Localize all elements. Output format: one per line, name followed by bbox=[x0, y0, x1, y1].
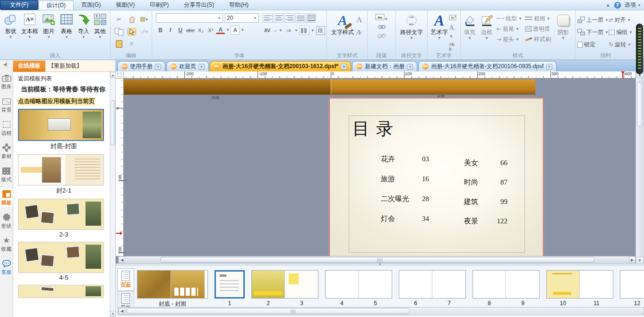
toc-left-column[interactable]: 花卉03 旅游16 二次曝光28 灯会34 bbox=[381, 155, 429, 222]
paragraph-mark-button[interactable]: 段 bbox=[316, 26, 325, 35]
format-wand-icon[interactable]: ▼ bbox=[140, 16, 149, 23]
sidebar-item-frame[interactable]: 边框 bbox=[0, 119, 13, 138]
subscript-button[interactable]: X₂ bbox=[196, 26, 205, 35]
scroll-down-icon[interactable]: ▼ bbox=[636, 257, 644, 264]
font-color-button[interactable]: A bbox=[216, 26, 225, 34]
doc-tab-welcome[interactable]: DPS 欢迎页 × bbox=[166, 61, 209, 71]
page-thumb-2-3[interactable]: 23 bbox=[251, 270, 318, 308]
horizontal-scroll-thumb[interactable] bbox=[160, 257, 595, 263]
sidebar-item-layout[interactable]: 版式 bbox=[0, 165, 13, 184]
bold-button[interactable]: B bbox=[156, 26, 165, 35]
sidebar-item-gallery[interactable]: 图库 bbox=[0, 72, 13, 91]
template-thumb-partial[interactable] bbox=[18, 285, 104, 298]
arrow-head-button[interactable]: ⇥箭头▼ bbox=[497, 35, 522, 44]
sidebar-item-template[interactable]: 模板 bbox=[0, 188, 13, 207]
import-button[interactable]: 导入▼ bbox=[76, 12, 91, 39]
wordart-shadow-icon[interactable]: A ▼ bbox=[449, 24, 458, 39]
wordart-edit-icon[interactable]: A bbox=[449, 15, 458, 21]
menu-view[interactable]: 视图(V) bbox=[108, 0, 142, 10]
vertical-scroll-thumb[interactable] bbox=[637, 82, 643, 127]
page-thumb-12[interactable]: 12 bbox=[620, 270, 644, 308]
line-type-button[interactable]: 线型▼ bbox=[497, 14, 522, 23]
scroll-left-icon[interactable]: ◀ bbox=[119, 256, 125, 263]
underline-button[interactable]: U bbox=[176, 26, 185, 35]
scroll-down-icon[interactable]: ▼ bbox=[110, 311, 116, 317]
reload-button[interactable]: 【重新加载】 bbox=[48, 62, 82, 70]
bring-forward-button[interactable]: 上一层▼ bbox=[577, 16, 609, 24]
picture-button[interactable]: 图片▼ bbox=[40, 12, 58, 39]
menu-design[interactable]: 设计(D) bbox=[38, 0, 74, 10]
delete-icon[interactable]: × bbox=[128, 40, 136, 48]
scroll-up-icon[interactable]: ▲ bbox=[110, 72, 116, 78]
unlink-icon[interactable] bbox=[378, 33, 386, 40]
style-brush-button[interactable]: 样式刷 bbox=[525, 35, 551, 44]
char-style-icon[interactable]: A bbox=[356, 15, 362, 25]
opacity-button[interactable]: 透明度 bbox=[525, 25, 551, 33]
doc-tab-manual[interactable]: DPS 使用手册 × bbox=[117, 61, 165, 71]
link-icon[interactable] bbox=[378, 24, 386, 31]
border-button[interactable]: 边框▼ bbox=[480, 13, 494, 40]
arrow-tail-button[interactable]: ⇤箭尾▼ bbox=[497, 25, 522, 33]
page-thumb-1[interactable]: 1 bbox=[215, 270, 245, 308]
sidebar-item-material[interactable]: 素材 bbox=[0, 142, 13, 161]
fill-button[interactable]: 填充▼ bbox=[463, 13, 477, 40]
sidebar-item-background[interactable]: 背景 bbox=[0, 96, 13, 114]
textbox-button[interactable]: A≡ 文本框▼ bbox=[20, 12, 40, 39]
toc-right-column[interactable]: 美女66 时尚87 建筑99 夜景122 bbox=[464, 159, 507, 225]
paste-icon[interactable] bbox=[115, 40, 123, 48]
thumbnails-scroll-thumb[interactable] bbox=[126, 308, 410, 314]
close-icon[interactable]: × bbox=[407, 64, 413, 70]
wordart-ab-icon[interactable]: Abb bbox=[449, 42, 458, 52]
select-cursor-icon[interactable] bbox=[128, 28, 136, 35]
online-template-tab[interactable]: 在线模板 bbox=[13, 61, 45, 72]
sidebar-item-shape[interactable]: 形状 bbox=[0, 211, 13, 230]
align-right-icon[interactable] bbox=[284, 13, 294, 23]
align-justify-icon[interactable] bbox=[295, 13, 305, 23]
page-thumb-8-9[interactable]: 89 bbox=[472, 270, 540, 308]
send-backward-button[interactable]: 下一层▼ bbox=[577, 28, 609, 36]
previous-spread-edge[interactable] bbox=[124, 79, 535, 95]
align-center-icon[interactable] bbox=[274, 13, 283, 23]
page-thumb-4-5[interactable]: 45 bbox=[325, 270, 392, 308]
sidebar-item-support[interactable]: 客服 bbox=[0, 258, 13, 277]
doc-tab-album2[interactable]: DPS 画册-大16开硬壳精装-文档200106-0935.dpsf × bbox=[418, 61, 556, 71]
weight-button[interactable]: 粗细▼ bbox=[525, 14, 551, 23]
back-to-template-list-link[interactable]: 返回模板列表 bbox=[18, 75, 110, 83]
align-left-icon[interactable] bbox=[263, 13, 273, 23]
align-distribute-icon[interactable] bbox=[306, 13, 316, 23]
shapes-button[interactable]: 形状▼ bbox=[2, 12, 19, 39]
template-thumb-4-5[interactable] bbox=[18, 242, 104, 273]
panel-scroll-thumb[interactable] bbox=[111, 100, 115, 145]
page-title[interactable]: 目录 bbox=[352, 117, 400, 141]
menu-file[interactable]: 文件(F) bbox=[0, 0, 38, 10]
close-icon[interactable]: × bbox=[155, 64, 161, 70]
current-page[interactable]: 目录 花卉03 旅游16 二次曝光28 灯会34 美女66 时尚87 建筑99 … bbox=[329, 98, 543, 256]
menu-page[interactable]: 页面(G) bbox=[74, 0, 108, 10]
lock-button[interactable]: 锁定 bbox=[577, 40, 609, 49]
thumbnails-scrollbar[interactable]: ◀ bbox=[118, 307, 644, 315]
doc-tab-new[interactable]: DPS 新建文档：画册 × bbox=[352, 61, 417, 71]
collapse-ribbon-icon[interactable]: ▲ bbox=[606, 2, 610, 8]
table-button[interactable]: 表格▼ bbox=[58, 12, 76, 39]
menu-help[interactable]: 帮助(H) bbox=[222, 0, 256, 10]
italic-button[interactable]: I bbox=[166, 26, 175, 35]
edit-pen-icon[interactable]: ▼ bbox=[140, 28, 149, 35]
line-spacing-button[interactable]: ↕≡ bbox=[284, 26, 293, 35]
zoom-slider[interactable] bbox=[636, 24, 643, 74]
font-family-combo[interactable]: ▼ bbox=[156, 13, 223, 23]
char-spacing-button[interactable]: AV bbox=[263, 26, 272, 35]
shadow-button[interactable]: 阴影▼ bbox=[554, 13, 573, 40]
canvas-horizontal-scrollbar[interactable]: ◀ ▶ bbox=[118, 256, 636, 264]
page-thumb-10-11[interactable]: 1011 bbox=[546, 270, 613, 308]
columns-button[interactable] bbox=[300, 26, 309, 35]
close-icon[interactable]: × bbox=[198, 64, 205, 70]
template-thumb-2-3[interactable] bbox=[18, 199, 104, 230]
cut-icon[interactable]: ✂ bbox=[115, 16, 123, 23]
font-size-combo[interactable]: 20▼ bbox=[225, 13, 259, 23]
template-thumb-cover[interactable] bbox=[18, 109, 104, 141]
page-thumb-6-7[interactable]: 67 bbox=[399, 270, 466, 308]
sidebar-item-favorites[interactable]: ★ 收藏 bbox=[0, 235, 13, 254]
group-button[interactable]: 编组▼ bbox=[609, 28, 637, 36]
scroll-left-icon[interactable]: ◀ bbox=[119, 308, 125, 315]
strikethrough-button[interactable]: abe bbox=[186, 26, 195, 35]
